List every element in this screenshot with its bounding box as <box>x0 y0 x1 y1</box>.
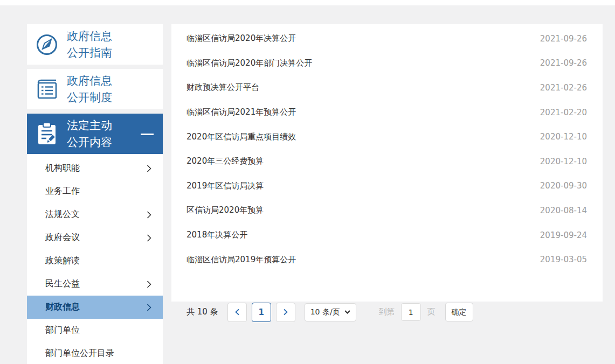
sidebar-item[interactable]: 法规公文 <box>27 203 163 226</box>
document-row: 2020年区信访局重点项目绩效 2020-12-10 <box>171 124 603 149</box>
sidebar: 政府信息 公开指南 政府信息 公开制度 <box>27 24 163 364</box>
sidebar-item[interactable]: 政策解读 <box>27 249 163 272</box>
goto-page-label: 到第 <box>379 307 395 317</box>
sidebar-item-label: 财政信息 <box>45 302 80 313</box>
document-row: 临淄区信访局2020年部门决算公开 2021-09-26 <box>171 51 603 76</box>
sidebar-card-label: 政府信息 公开制度 <box>67 73 112 106</box>
document-row: 临淄区信访局2021年预算公开 2021-02-20 <box>171 100 603 125</box>
confirm-button[interactable]: 确定 <box>445 303 473 321</box>
document-title-link[interactable]: 临淄区信访局2020年部门决算公开 <box>186 58 312 68</box>
document-row: 临淄区信访局2019年预算公开 2019-03-05 <box>171 247 603 272</box>
document-title-link[interactable]: 临淄区信访局2020年决算公开 <box>186 33 296 44</box>
document-title-link[interactable]: 临淄区信访局2021年预算公开 <box>186 107 296 117</box>
sidebar-item-label: 部门单位公开目录 <box>45 348 114 359</box>
document-date: 2020-12-10 <box>540 132 587 142</box>
sidebar-item-label: 政策解读 <box>45 255 80 267</box>
document-title-link[interactable]: 区信访局2020年预算 <box>186 205 264 215</box>
sidebar-card-disclosure-guide[interactable]: 政府信息 公开指南 <box>27 24 163 65</box>
document-title-link[interactable]: 2018年决算公开 <box>186 230 247 240</box>
document-date: 2021-02-26 <box>540 83 587 93</box>
minus-icon[interactable] <box>141 134 154 135</box>
document-date: 2020-12-10 <box>540 157 587 166</box>
sidebar-item-label: 部门单位 <box>45 325 80 336</box>
document-date: 2021-09-26 <box>540 34 587 44</box>
page-size-select[interactable]: 10 条/页 <box>305 303 356 321</box>
sidebar-card-statutory-disclosure[interactable]: 法定主动 公开内容 <box>27 114 163 154</box>
ledger-icon <box>27 78 67 101</box>
document-list: 临淄区信访局2020年决算公开 2021-09-26 临淄区信访局2020年部门… <box>171 24 603 272</box>
sidebar-card-label: 法定主动 公开内容 <box>67 117 112 151</box>
chevron-right-icon <box>147 164 151 173</box>
pagination: 共 10 条 1 10 条/页 到第 页 确定 <box>186 302 473 322</box>
goto-page-unit: 页 <box>427 307 436 317</box>
goto-page-input[interactable] <box>401 303 421 321</box>
pagination-total: 共 10 条 <box>186 307 218 317</box>
sidebar-item-label: 法规公文 <box>45 209 80 220</box>
document-row: 财政预决算公开平台 2021-02-26 <box>171 75 603 100</box>
chevron-left-icon <box>234 309 240 316</box>
document-date: 2020-08-14 <box>540 206 587 215</box>
document-date: 2021-02-20 <box>540 108 587 117</box>
chevron-right-icon <box>283 309 288 316</box>
sidebar-item[interactable]: 机构职能 <box>27 157 163 180</box>
chevron-right-icon <box>147 234 151 242</box>
chevron-right-icon <box>147 303 151 312</box>
document-title-link[interactable]: 2020年区信访局重点项目绩效 <box>186 132 296 142</box>
page-number-button[interactable]: 1 <box>252 303 271 322</box>
document-date: 2021-09-26 <box>540 58 587 68</box>
sidebar-card-label: 政府信息 公开指南 <box>67 28 112 61</box>
document-date: 2019-09-24 <box>540 230 587 240</box>
sidebar-item-label: 机构职能 <box>45 163 80 174</box>
sidebar-item-label: 民生公益 <box>45 278 80 290</box>
document-row: 2020年三公经费预算 2020-12-10 <box>171 149 603 174</box>
sidebar-item-label: 业务工作 <box>45 186 80 197</box>
sidebar-item[interactable]: 部门单位公开目录 <box>27 342 163 364</box>
document-row: 2018年决算公开 2019-09-24 <box>171 223 603 248</box>
sidebar-item[interactable]: 民生公益 <box>27 272 163 296</box>
document-title-link[interactable]: 2019年区信访局决算 <box>186 181 264 191</box>
sidebar-card-disclosure-system[interactable]: 政府信息 公开制度 <box>27 69 163 109</box>
document-date: 2019-03-05 <box>540 255 587 264</box>
page-size-label: 10 条/页 <box>310 307 340 317</box>
chevron-right-icon <box>147 211 151 219</box>
chevron-right-icon <box>147 280 151 289</box>
clipboard-pencil-icon <box>27 122 67 146</box>
sidebar-item[interactable]: 部门单位 <box>27 319 163 342</box>
document-title-link[interactable]: 临淄区信访局2019年预算公开 <box>186 255 296 265</box>
document-title-link[interactable]: 财政预决算公开平台 <box>186 82 259 93</box>
sidebar-item-label: 政府会议 <box>45 232 80 243</box>
sidebar-item[interactable]: 政府会议 <box>27 226 163 249</box>
next-page-button[interactable] <box>276 303 295 322</box>
document-title-link[interactable]: 2020年三公经费预算 <box>186 156 264 166</box>
chevron-down-icon <box>344 310 350 314</box>
document-row: 2019年区信访局决算 2020-09-30 <box>171 174 603 199</box>
document-panel: 临淄区信访局2020年决算公开 2021-09-26 临淄区信访局2020年部门… <box>171 24 603 302</box>
prev-page-button[interactable] <box>227 303 247 322</box>
sidebar-item[interactable]: 业务工作 <box>27 180 163 203</box>
sidebar-menu: 机构职能 业务工作 法规公文 政府会议 政策解读 <box>27 154 163 364</box>
document-row: 临淄区信访局2020年决算公开 2021-09-26 <box>171 26 603 51</box>
document-date: 2020-09-30 <box>540 181 587 191</box>
compass-icon <box>27 33 67 57</box>
document-row: 区信访局2020年预算 2020-08-14 <box>171 198 603 223</box>
sidebar-item[interactable]: 财政信息 <box>27 296 163 319</box>
